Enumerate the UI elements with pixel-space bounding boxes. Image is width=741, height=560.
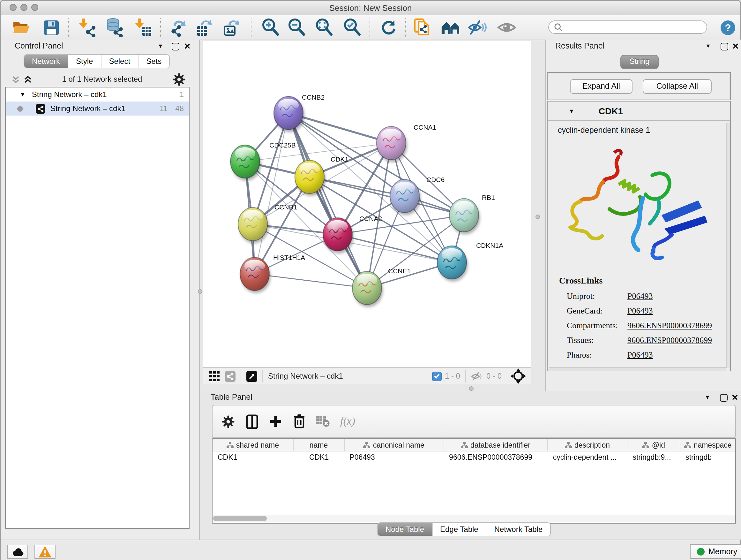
table-gear-icon[interactable] bbox=[221, 415, 235, 428]
network-node-CDK1[interactable]: CDK1 bbox=[295, 155, 348, 196]
import-network-from-database-button[interactable] bbox=[105, 18, 124, 37]
search-input[interactable] bbox=[548, 20, 707, 34]
network-node-HIST1H1A[interactable]: HIST1H1A bbox=[240, 254, 305, 293]
tissues-link[interactable]: 9606.ENSP00000378699 bbox=[627, 335, 712, 346]
left-splitter-handle[interactable] bbox=[198, 289, 202, 294]
network-node-RB1[interactable]: RB1 bbox=[449, 194, 495, 234]
network-node-CDKN1A[interactable]: CDKN1A bbox=[437, 242, 503, 282]
table-panel: Table Panel ▼ ✕ f(x) shared name name ca… bbox=[203, 391, 741, 540]
tab-string[interactable]: String bbox=[620, 55, 659, 69]
tab-sets[interactable]: Sets bbox=[138, 55, 169, 68]
table-row[interactable]: CDK1 CDK1 P06493 9606.ENSP00000378699 cy… bbox=[212, 451, 735, 464]
warnings-button[interactable] bbox=[35, 545, 56, 559]
tab-style[interactable]: Style bbox=[68, 55, 101, 68]
import-network-button[interactable] bbox=[77, 18, 96, 37]
network-canvas[interactable]: CCNB2CCNA1CDC25BCDK1CDC6RB1CCNB1CCNA2CDK… bbox=[203, 41, 531, 367]
expand-all-button[interactable]: Expand All bbox=[570, 79, 632, 94]
results-panel-close-icon[interactable]: ✕ bbox=[732, 44, 739, 50]
network-node-CCNB2[interactable]: CCNB2 bbox=[274, 94, 325, 132]
zoom-out-button[interactable] bbox=[287, 18, 307, 37]
column-header[interactable]: namespace bbox=[680, 439, 735, 451]
help-button[interactable]: ? bbox=[718, 18, 737, 37]
delete-column-trash-icon[interactable] bbox=[293, 414, 306, 429]
cloud-button[interactable] bbox=[7, 545, 28, 559]
column-header[interactable]: description bbox=[548, 439, 628, 451]
network-edge[interactable] bbox=[255, 274, 367, 288]
network-node-CDC25B[interactable]: CDC25B bbox=[230, 141, 296, 181]
network-collection-row[interactable]: ▼ String Network – cdk1 1 bbox=[6, 87, 189, 102]
protein-collapse-icon[interactable]: ▼ bbox=[569, 108, 575, 114]
node-label: CDK1 bbox=[331, 155, 348, 163]
grid-view-icon[interactable] bbox=[209, 371, 219, 381]
shared-column-icon bbox=[684, 442, 691, 448]
column-header[interactable]: canonical name bbox=[345, 439, 444, 451]
control-panel-float-icon[interactable] bbox=[172, 43, 179, 51]
network-row[interactable]: String Network – cdk1 11 48 bbox=[6, 102, 189, 116]
column-header[interactable]: database identifier bbox=[444, 439, 548, 451]
table-horizontal-scrollbar[interactable] bbox=[212, 515, 735, 522]
results-vertical-scrollbar[interactable] bbox=[726, 123, 730, 368]
tab-network[interactable]: Network bbox=[24, 55, 68, 68]
genecard-link[interactable]: P06493 bbox=[627, 306, 653, 316]
table-panel-menu-icon[interactable]: ▼ bbox=[704, 394, 711, 400]
tab-edge-table[interactable]: Edge Table bbox=[432, 523, 487, 536]
node-table[interactable]: shared name name canonical name database… bbox=[212, 438, 736, 523]
collapse-all-icon[interactable] bbox=[11, 75, 20, 83]
results-horizontal-scrollbar[interactable] bbox=[549, 367, 726, 371]
column-header[interactable]: name bbox=[293, 439, 345, 451]
detach-view-icon[interactable] bbox=[246, 371, 257, 381]
scrollbar-thumb[interactable] bbox=[213, 516, 267, 521]
network-node-CCNA1[interactable]: CCNA1 bbox=[377, 124, 436, 162]
import-table-button[interactable] bbox=[133, 18, 152, 37]
show-columns-icon[interactable] bbox=[246, 414, 259, 429]
network-edge[interactable] bbox=[255, 113, 288, 274]
export-table-button[interactable] bbox=[195, 18, 214, 37]
zoom-fit-button[interactable] bbox=[315, 18, 334, 37]
fit-content-target-icon[interactable] bbox=[511, 368, 526, 384]
network-node-CDC6[interactable]: CDC6 bbox=[390, 176, 445, 215]
tab-node-table[interactable]: Node Table bbox=[378, 523, 432, 536]
uniprot-link[interactable]: P06493 bbox=[627, 291, 653, 301]
hide-annotations-button[interactable] bbox=[468, 18, 487, 37]
table-panel-float-icon[interactable] bbox=[720, 394, 728, 401]
network-node-CCNE1[interactable]: CCNE1 bbox=[352, 267, 411, 307]
collapse-all-button[interactable]: Collapse All bbox=[643, 79, 712, 94]
expand-all-icon[interactable] bbox=[23, 75, 32, 83]
copy-network-button[interactable] bbox=[413, 18, 432, 37]
network-node-CCNB1[interactable]: CCNB1 bbox=[238, 203, 297, 243]
table-panel-close-icon[interactable]: ✕ bbox=[731, 395, 738, 401]
shared-column-icon bbox=[226, 442, 233, 448]
bottom-splitter-handle[interactable] bbox=[469, 386, 474, 391]
save-session-button[interactable] bbox=[42, 18, 61, 37]
pharos-link[interactable]: P06493 bbox=[627, 350, 653, 360]
export-network-button[interactable] bbox=[168, 18, 187, 37]
compartments-link[interactable]: 9606.ENSP00000378699 bbox=[627, 320, 712, 331]
crosslink-row: GeneCard: bbox=[567, 306, 603, 316]
delete-table-icon[interactable] bbox=[316, 416, 330, 427]
network-view-share-icon[interactable] bbox=[225, 371, 235, 381]
right-splitter-handle[interactable] bbox=[536, 214, 540, 219]
zoom-in-button[interactable] bbox=[261, 18, 280, 37]
function-builder-icon[interactable]: f(x) bbox=[340, 415, 355, 428]
protein-card-header[interactable]: ▼ CDK1 bbox=[548, 102, 730, 121]
refresh-view-button[interactable] bbox=[379, 18, 398, 37]
network-edge[interactable] bbox=[288, 113, 367, 288]
tab-network-table[interactable]: Network Table bbox=[487, 523, 550, 536]
results-panel-menu-icon[interactable]: ▼ bbox=[705, 43, 711, 49]
show-hide-eye-button[interactable] bbox=[497, 18, 516, 37]
column-header[interactable]: shared name bbox=[212, 439, 293, 451]
control-panel-close-icon[interactable]: ✕ bbox=[184, 44, 191, 50]
export-image-button[interactable] bbox=[222, 18, 241, 37]
add-column-icon[interactable] bbox=[269, 415, 282, 428]
zoom-selected-button[interactable] bbox=[343, 18, 362, 37]
selected-checkbox-icon[interactable] bbox=[432, 371, 442, 381]
results-panel-float-icon[interactable] bbox=[721, 43, 728, 51]
control-panel-menu-icon[interactable]: ▼ bbox=[158, 43, 163, 49]
home-networks-button[interactable] bbox=[441, 18, 460, 37]
memory-button[interactable]: Memory bbox=[690, 544, 741, 559]
column-header[interactable]: @id bbox=[627, 439, 680, 451]
gear-icon[interactable] bbox=[172, 72, 186, 86]
tree-expand-icon[interactable]: ▼ bbox=[20, 91, 25, 98]
open-session-button[interactable] bbox=[11, 18, 30, 37]
tab-select[interactable]: Select bbox=[101, 55, 138, 68]
